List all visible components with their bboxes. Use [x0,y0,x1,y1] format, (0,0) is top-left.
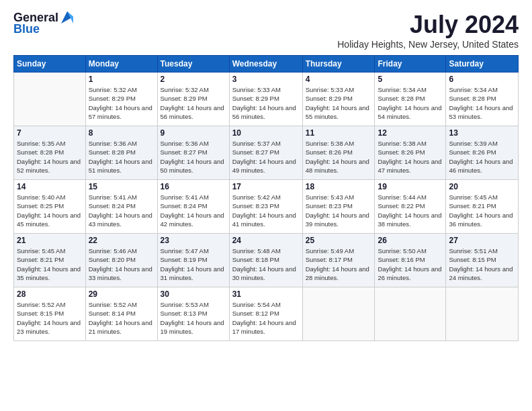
day-info: Sunrise: 5:51 AM Sunset: 8:15 PM Dayligh… [449,246,515,282]
day-info: Sunrise: 5:49 AM Sunset: 8:17 PM Dayligh… [306,246,372,282]
day-info: Sunrise: 5:35 AM Sunset: 8:28 PM Dayligh… [17,139,83,175]
day-number: 28 [17,289,83,299]
day-info: Sunrise: 5:33 AM Sunset: 8:29 PM Dayligh… [306,85,372,121]
col-sunday: Sunday [14,56,86,73]
day-info: Sunrise: 5:45 AM Sunset: 8:21 PM Dayligh… [449,193,515,228]
day-number: 15 [89,182,154,191]
calendar-cell: 8Sunrise: 5:36 AM Sunset: 8:28 PM Daylig… [85,126,157,180]
day-number: 25 [306,236,372,245]
day-number: 26 [378,236,443,245]
day-number: 21 [17,236,83,245]
day-number: 13 [449,128,515,138]
day-info: Sunrise: 5:32 AM Sunset: 8:29 PM Dayligh… [161,85,226,121]
logo-icon [60,10,75,25]
day-info: Sunrise: 5:34 AM Sunset: 8:28 PM Dayligh… [449,85,515,121]
day-number: 1 [89,75,154,84]
calendar-week-row-4: 28Sunrise: 5:52 AM Sunset: 8:15 PM Dayli… [14,287,519,341]
calendar-cell: 9Sunrise: 5:36 AM Sunset: 8:27 PM Daylig… [157,126,229,180]
day-number: 19 [378,182,443,191]
day-info: Sunrise: 5:48 AM Sunset: 8:18 PM Dayligh… [232,246,300,282]
calendar-cell: 2Sunrise: 5:32 AM Sunset: 8:29 PM Daylig… [157,73,229,126]
calendar-cell: 22Sunrise: 5:46 AM Sunset: 8:20 PM Dayli… [85,234,157,287]
day-number: 12 [378,128,443,138]
day-info: Sunrise: 5:40 AM Sunset: 8:25 PM Dayligh… [17,193,83,228]
day-info: Sunrise: 5:36 AM Sunset: 8:28 PM Dayligh… [89,139,154,175]
calendar-cell: 23Sunrise: 5:47 AM Sunset: 8:19 PM Dayli… [157,234,229,287]
day-info: Sunrise: 5:54 AM Sunset: 8:12 PM Dayligh… [232,300,300,336]
calendar-cell: 31Sunrise: 5:54 AM Sunset: 8:12 PM Dayli… [229,287,302,341]
day-info: Sunrise: 5:43 AM Sunset: 8:23 PM Dayligh… [306,193,372,228]
day-info: Sunrise: 5:39 AM Sunset: 8:26 PM Dayligh… [449,139,515,175]
day-info: Sunrise: 5:36 AM Sunset: 8:27 PM Dayligh… [161,139,226,175]
day-number: 9 [161,128,226,138]
day-number: 11 [306,128,372,138]
calendar-table: Sunday Monday Tuesday Wednesday Thursday… [13,55,519,341]
calendar-cell: 17Sunrise: 5:42 AM Sunset: 8:23 PM Dayli… [229,180,302,234]
day-info: Sunrise: 5:34 AM Sunset: 8:28 PM Dayligh… [378,85,443,121]
day-number: 6 [449,75,515,84]
calendar-cell: 5Sunrise: 5:34 AM Sunset: 8:28 PM Daylig… [375,73,446,126]
calendar-cell: 10Sunrise: 5:37 AM Sunset: 8:27 PM Dayli… [229,126,302,180]
calendar-cell: 11Sunrise: 5:38 AM Sunset: 8:26 PM Dayli… [302,126,375,180]
calendar-cell: 15Sunrise: 5:41 AM Sunset: 8:24 PM Dayli… [85,180,157,234]
day-number: 22 [89,236,154,245]
col-thursday: Thursday [302,56,375,73]
title-block: July 2024 Holiday Heights, New Jersey, U… [337,11,519,50]
calendar-week-row-2: 14Sunrise: 5:40 AM Sunset: 8:25 PM Dayli… [14,180,519,234]
day-info: Sunrise: 5:38 AM Sunset: 8:26 PM Dayligh… [378,139,443,175]
day-info: Sunrise: 5:37 AM Sunset: 8:27 PM Dayligh… [232,139,300,175]
calendar-cell [446,287,519,341]
day-number: 5 [378,75,443,84]
calendar-header-row: Sunday Monday Tuesday Wednesday Thursday… [14,56,519,73]
calendar-cell: 28Sunrise: 5:52 AM Sunset: 8:15 PM Dayli… [14,287,86,341]
calendar-week-row-1: 7Sunrise: 5:35 AM Sunset: 8:28 PM Daylig… [14,126,519,180]
calendar-cell: 21Sunrise: 5:45 AM Sunset: 8:21 PM Dayli… [14,234,86,287]
calendar-cell: 3Sunrise: 5:33 AM Sunset: 8:29 PM Daylig… [229,73,302,126]
col-friday: Friday [375,56,446,73]
day-number: 24 [232,236,300,245]
calendar-cell: 24Sunrise: 5:48 AM Sunset: 8:18 PM Dayli… [229,234,302,287]
day-info: Sunrise: 5:44 AM Sunset: 8:22 PM Dayligh… [378,193,443,228]
calendar-cell [302,287,375,341]
day-info: Sunrise: 5:32 AM Sunset: 8:29 PM Dayligh… [89,85,154,121]
col-monday: Monday [85,56,157,73]
calendar-cell: 26Sunrise: 5:50 AM Sunset: 8:16 PM Dayli… [375,234,446,287]
calendar-cell: 30Sunrise: 5:53 AM Sunset: 8:13 PM Dayli… [157,287,229,341]
calendar-cell [14,73,86,126]
day-number: 2 [161,75,226,84]
day-number: 31 [232,289,300,299]
day-number: 14 [17,182,83,191]
day-info: Sunrise: 5:52 AM Sunset: 8:14 PM Dayligh… [89,300,154,336]
day-info: Sunrise: 5:45 AM Sunset: 8:21 PM Dayligh… [17,246,83,282]
day-info: Sunrise: 5:47 AM Sunset: 8:19 PM Dayligh… [161,246,226,282]
day-number: 8 [89,128,154,138]
day-number: 7 [17,128,83,138]
calendar-cell: 27Sunrise: 5:51 AM Sunset: 8:15 PM Dayli… [446,234,519,287]
calendar-cell: 29Sunrise: 5:52 AM Sunset: 8:14 PM Dayli… [85,287,157,341]
calendar-cell: 19Sunrise: 5:44 AM Sunset: 8:22 PM Dayli… [375,180,446,234]
day-info: Sunrise: 5:52 AM Sunset: 8:15 PM Dayligh… [17,300,83,336]
day-number: 10 [232,128,300,138]
calendar-cell: 25Sunrise: 5:49 AM Sunset: 8:17 PM Dayli… [302,234,375,287]
calendar-cell: 16Sunrise: 5:41 AM Sunset: 8:24 PM Dayli… [157,180,229,234]
day-number: 23 [161,236,226,245]
day-number: 18 [306,182,372,191]
calendar-cell: 13Sunrise: 5:39 AM Sunset: 8:26 PM Dayli… [446,126,519,180]
day-info: Sunrise: 5:33 AM Sunset: 8:29 PM Dayligh… [232,85,300,121]
location: Holiday Heights, New Jersey, United Stat… [337,39,519,50]
day-number: 17 [232,182,300,191]
day-number: 30 [161,289,226,299]
day-number: 29 [89,289,154,299]
day-info: Sunrise: 5:41 AM Sunset: 8:24 PM Dayligh… [161,193,226,228]
page: General Blue July 2024 Holiday Heights, … [0,0,532,411]
calendar-cell: 12Sunrise: 5:38 AM Sunset: 8:26 PM Dayli… [375,126,446,180]
header: General Blue July 2024 Holiday Heights, … [13,11,519,50]
calendar-cell: 14Sunrise: 5:40 AM Sunset: 8:25 PM Dayli… [14,180,86,234]
day-info: Sunrise: 5:38 AM Sunset: 8:26 PM Dayligh… [306,139,372,175]
col-tuesday: Tuesday [157,56,229,73]
col-wednesday: Wednesday [229,56,302,73]
day-number: 3 [232,75,300,84]
calendar-cell: 1Sunrise: 5:32 AM Sunset: 8:29 PM Daylig… [85,73,157,126]
logo: General Blue [13,11,75,36]
calendar-week-row-0: 1Sunrise: 5:32 AM Sunset: 8:29 PM Daylig… [14,73,519,126]
